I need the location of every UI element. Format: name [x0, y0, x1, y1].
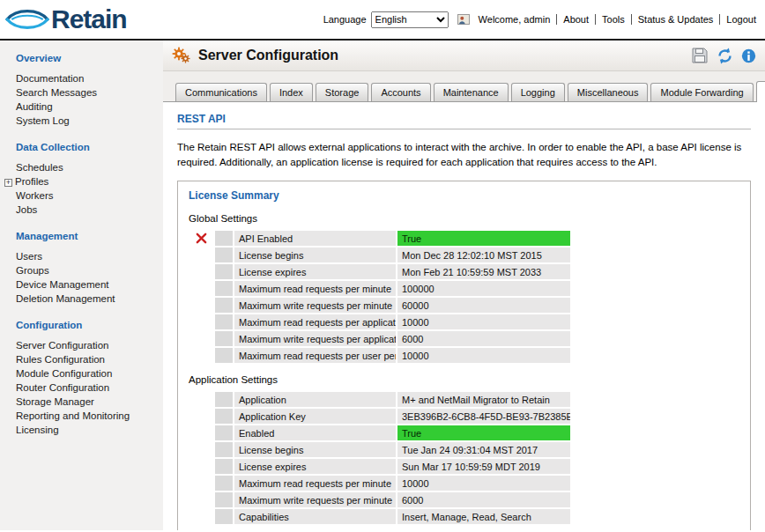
rest-api-description: The Retain REST API allows external appl… — [177, 140, 751, 169]
table-row: Application Key 3EB396B2-6CB8-4F5D-BE93-… — [196, 409, 739, 424]
tab-logging[interactable]: Logging — [511, 83, 565, 101]
row-value: Mon Feb 21 10:59:59 MST 2033 — [397, 264, 570, 279]
sidebar-item-deletion-management[interactable]: Deletion Management — [16, 292, 160, 306]
retain-logo-icon — [5, 7, 49, 32]
row-icon-cell — [215, 281, 233, 296]
row-value: 10000 — [397, 348, 570, 363]
table-row: License begins Tue Jan 24 09:31:04 MST 2… — [196, 442, 739, 457]
tab-maintenance[interactable]: Maintenance — [434, 83, 509, 101]
table-row: License expires Sun Mar 17 10:59:59 MDT … — [196, 459, 739, 474]
info-icon[interactable] — [741, 48, 756, 63]
row-icon-cell — [215, 348, 233, 363]
row-label: Maximum read requests per user per minut… — [234, 348, 396, 363]
tab-module-forwarding[interactable]: Module Forwarding — [650, 83, 753, 101]
sidebar-section-overview: Overview Documentation Search Messages A… — [16, 53, 160, 128]
tab-storage[interactable]: Storage — [316, 83, 369, 101]
row-value: 60000 — [397, 298, 570, 313]
table-row: License expires Mon Feb 21 10:59:59 MST … — [196, 264, 739, 279]
sidebar-item-reporting-and-monitoring[interactable]: Reporting and Monitoring — [16, 409, 160, 423]
sidebar-item-router-configuration[interactable]: Router Configuration — [16, 381, 160, 395]
brand-name: Retain — [51, 6, 127, 33]
refresh-icon[interactable] — [717, 48, 733, 64]
global-settings-table: API Enabled True License begins Mon Dec … — [196, 231, 739, 363]
sidebar-item-server-configuration[interactable]: Server Configuration — [16, 338, 160, 352]
row-value: M+ and NetMail Migrator to Retain — [397, 392, 570, 407]
row-action-cell — [196, 264, 215, 279]
sidebar-title-overview[interactable]: Overview — [16, 53, 160, 63]
sidebar-section-configuration: Configuration Server Configuration Rules… — [16, 320, 160, 437]
sidebar-item-groups[interactable]: Groups — [16, 263, 160, 277]
row-label: Capabilities — [234, 509, 396, 524]
license-summary-title: License Summary — [189, 189, 739, 202]
sidebar-item-workers[interactable]: Workers — [16, 188, 160, 203]
sidebar-item-profiles[interactable]: +Profiles — [16, 174, 160, 188]
row-label: License expires — [234, 459, 396, 474]
sidebar-item-module-configuration[interactable]: Module Configuration — [16, 366, 160, 381]
application-settings-label: Application Settings — [189, 374, 739, 385]
sidebar-title-configuration[interactable]: Configuration — [16, 320, 160, 330]
row-action-cell — [196, 314, 215, 329]
sidebar-item-auditing[interactable]: Auditing — [16, 100, 160, 114]
sidebar: Overview Documentation Search Messages A… — [0, 41, 163, 530]
row-action-cell — [196, 442, 215, 457]
remove-icon[interactable] — [196, 233, 207, 244]
row-icon-cell — [215, 442, 233, 457]
application-settings-table: Application M+ and NetMail Migrator to R… — [196, 392, 739, 524]
row-icon-cell — [215, 314, 233, 329]
table-row: Maximum read requests per minute 10000 — [196, 476, 739, 491]
sidebar-item-rules-configuration[interactable]: Rules Configuration — [16, 352, 160, 366]
sidebar-item-documentation[interactable]: Documentation — [16, 71, 160, 85]
sidebar-item-users[interactable]: Users — [16, 249, 160, 263]
sidebar-item-jobs[interactable]: Jobs — [16, 203, 160, 217]
link-status-updates[interactable]: Status & Updates — [632, 14, 721, 25]
row-action-cell — [196, 509, 215, 524]
row-icon-cell — [215, 248, 233, 262]
sidebar-title-management[interactable]: Management — [16, 231, 160, 241]
row-icon-cell — [215, 409, 233, 424]
table-row: Maximum read requests per user per minut… — [196, 348, 739, 363]
row-action-cell — [196, 281, 215, 296]
license-summary-panel: License Summary Global Settings API E — [177, 181, 751, 530]
link-logout[interactable]: Logout — [720, 14, 758, 25]
link-about[interactable]: About — [557, 14, 596, 25]
row-action-cell — [196, 348, 215, 363]
language-label: Language — [323, 14, 367, 25]
row-value: Insert, Manage, Read, Search — [397, 509, 570, 524]
row-value: 10000 — [397, 314, 570, 329]
sidebar-title-data-collection[interactable]: Data Collection — [16, 142, 160, 152]
sidebar-item-search-messages[interactable]: Search Messages — [16, 85, 160, 100]
tab-rest-api[interactable]: REST API — [756, 81, 765, 102]
sidebar-item-storage-manager[interactable]: Storage Manager — [16, 395, 160, 409]
row-icon-cell — [215, 459, 233, 474]
table-row: Maximum read requests per application pe… — [196, 314, 739, 329]
table-row: Capabilities Insert, Manage, Read, Searc… — [196, 509, 739, 524]
table-row: Maximum write requests per minute 6000 — [196, 492, 739, 507]
tab-communications[interactable]: Communications — [175, 83, 267, 101]
sidebar-item-licensing[interactable]: Licensing — [16, 423, 160, 437]
tab-miscellaneous[interactable]: Miscellaneous — [568, 83, 649, 101]
row-action-cell — [196, 331, 215, 346]
row-label: License begins — [234, 442, 396, 457]
row-label: Application Key — [234, 409, 396, 424]
brand-logo[interactable]: Retain — [5, 6, 127, 33]
sidebar-item-system-log[interactable]: System Log — [16, 114, 160, 128]
top-right-menu: Language English Welcome, admin About To… — [323, 11, 758, 28]
row-label: Application — [234, 392, 396, 407]
tab-accounts[interactable]: Accounts — [371, 83, 430, 101]
section-title: REST API — [177, 113, 751, 125]
sidebar-item-schedules[interactable]: Schedules — [16, 160, 160, 174]
save-icon[interactable] — [691, 47, 709, 64]
table-row: Maximum write requests per minute 60000 — [196, 298, 739, 313]
tab-index[interactable]: Index — [270, 83, 313, 101]
link-tools[interactable]: Tools — [596, 14, 632, 25]
sidebar-section-management: Management Users Groups Device Managemen… — [16, 231, 160, 306]
expand-profiles-icon[interactable]: + — [4, 179, 12, 187]
page-title: Server Configuration — [198, 48, 338, 63]
row-action-cell — [196, 476, 215, 491]
welcome-user[interactable]: Welcome, admin — [472, 14, 558, 25]
row-icon-cell — [215, 264, 233, 279]
language-select[interactable]: English — [371, 11, 449, 28]
table-row: Maximum read requests per minute 100000 — [196, 281, 739, 296]
section-divider — [177, 129, 751, 129]
sidebar-item-device-management[interactable]: Device Management — [16, 277, 160, 292]
